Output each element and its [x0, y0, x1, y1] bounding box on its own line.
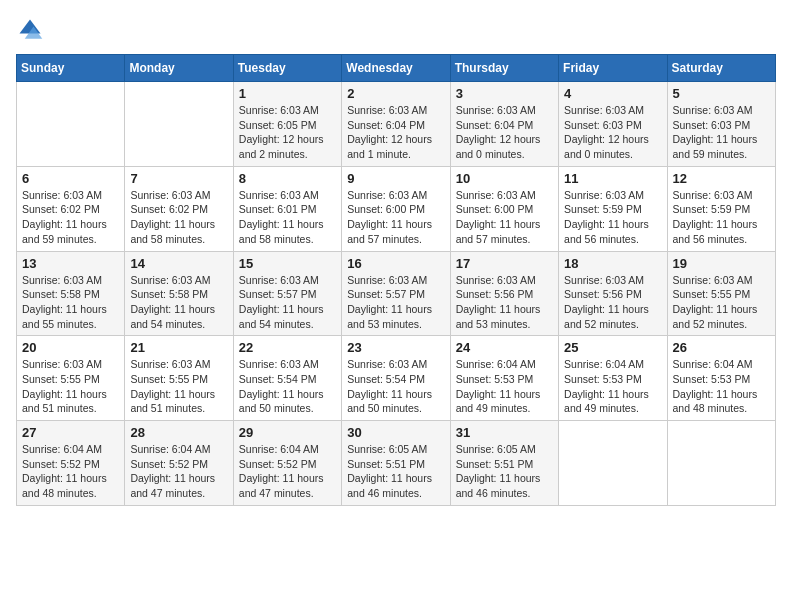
calendar-table: SundayMondayTuesdayWednesdayThursdayFrid… [16, 54, 776, 506]
calendar-cell [559, 421, 667, 506]
calendar-cell: 11Sunrise: 6:03 AM Sunset: 5:59 PM Dayli… [559, 166, 667, 251]
day-number: 21 [130, 340, 227, 355]
calendar-week-row: 1Sunrise: 6:03 AM Sunset: 6:05 PM Daylig… [17, 82, 776, 167]
day-info: Sunrise: 6:03 AM Sunset: 6:02 PM Dayligh… [130, 188, 227, 247]
day-number: 18 [564, 256, 661, 271]
calendar-cell: 3Sunrise: 6:03 AM Sunset: 6:04 PM Daylig… [450, 82, 558, 167]
day-info: Sunrise: 6:03 AM Sunset: 6:01 PM Dayligh… [239, 188, 336, 247]
day-number: 12 [673, 171, 770, 186]
day-info: Sunrise: 6:03 AM Sunset: 6:00 PM Dayligh… [456, 188, 553, 247]
day-number: 14 [130, 256, 227, 271]
day-number: 27 [22, 425, 119, 440]
day-number: 8 [239, 171, 336, 186]
calendar-cell: 15Sunrise: 6:03 AM Sunset: 5:57 PM Dayli… [233, 251, 341, 336]
weekday-header-sunday: Sunday [17, 55, 125, 82]
day-number: 5 [673, 86, 770, 101]
calendar-cell: 17Sunrise: 6:03 AM Sunset: 5:56 PM Dayli… [450, 251, 558, 336]
day-number: 13 [22, 256, 119, 271]
day-number: 24 [456, 340, 553, 355]
day-info: Sunrise: 6:03 AM Sunset: 5:57 PM Dayligh… [347, 273, 444, 332]
day-info: Sunrise: 6:03 AM Sunset: 6:05 PM Dayligh… [239, 103, 336, 162]
weekday-header-tuesday: Tuesday [233, 55, 341, 82]
day-number: 1 [239, 86, 336, 101]
day-info: Sunrise: 6:03 AM Sunset: 6:04 PM Dayligh… [347, 103, 444, 162]
day-info: Sunrise: 6:04 AM Sunset: 5:52 PM Dayligh… [130, 442, 227, 501]
day-number: 4 [564, 86, 661, 101]
calendar-cell: 28Sunrise: 6:04 AM Sunset: 5:52 PM Dayli… [125, 421, 233, 506]
day-number: 22 [239, 340, 336, 355]
day-info: Sunrise: 6:03 AM Sunset: 5:54 PM Dayligh… [347, 357, 444, 416]
calendar-cell: 9Sunrise: 6:03 AM Sunset: 6:00 PM Daylig… [342, 166, 450, 251]
weekday-header-saturday: Saturday [667, 55, 775, 82]
day-info: Sunrise: 6:04 AM Sunset: 5:52 PM Dayligh… [239, 442, 336, 501]
day-number: 26 [673, 340, 770, 355]
day-info: Sunrise: 6:04 AM Sunset: 5:52 PM Dayligh… [22, 442, 119, 501]
calendar-week-row: 6Sunrise: 6:03 AM Sunset: 6:02 PM Daylig… [17, 166, 776, 251]
day-number: 23 [347, 340, 444, 355]
calendar-cell: 6Sunrise: 6:03 AM Sunset: 6:02 PM Daylig… [17, 166, 125, 251]
weekday-header-row: SundayMondayTuesdayWednesdayThursdayFrid… [17, 55, 776, 82]
day-number: 20 [22, 340, 119, 355]
day-number: 16 [347, 256, 444, 271]
day-number: 25 [564, 340, 661, 355]
calendar-cell: 10Sunrise: 6:03 AM Sunset: 6:00 PM Dayli… [450, 166, 558, 251]
day-info: Sunrise: 6:03 AM Sunset: 5:55 PM Dayligh… [22, 357, 119, 416]
day-info: Sunrise: 6:03 AM Sunset: 6:03 PM Dayligh… [673, 103, 770, 162]
day-info: Sunrise: 6:03 AM Sunset: 5:58 PM Dayligh… [130, 273, 227, 332]
calendar-cell: 19Sunrise: 6:03 AM Sunset: 5:55 PM Dayli… [667, 251, 775, 336]
calendar-cell: 18Sunrise: 6:03 AM Sunset: 5:56 PM Dayli… [559, 251, 667, 336]
calendar-cell: 26Sunrise: 6:04 AM Sunset: 5:53 PM Dayli… [667, 336, 775, 421]
calendar-cell: 24Sunrise: 6:04 AM Sunset: 5:53 PM Dayli… [450, 336, 558, 421]
logo [16, 16, 48, 44]
calendar-cell: 27Sunrise: 6:04 AM Sunset: 5:52 PM Dayli… [17, 421, 125, 506]
logo-icon [16, 16, 44, 44]
day-info: Sunrise: 6:03 AM Sunset: 6:02 PM Dayligh… [22, 188, 119, 247]
calendar-cell: 14Sunrise: 6:03 AM Sunset: 5:58 PM Dayli… [125, 251, 233, 336]
calendar-cell: 25Sunrise: 6:04 AM Sunset: 5:53 PM Dayli… [559, 336, 667, 421]
day-number: 28 [130, 425, 227, 440]
calendar-cell: 29Sunrise: 6:04 AM Sunset: 5:52 PM Dayli… [233, 421, 341, 506]
day-info: Sunrise: 6:03 AM Sunset: 5:58 PM Dayligh… [22, 273, 119, 332]
calendar-header: SundayMondayTuesdayWednesdayThursdayFrid… [17, 55, 776, 82]
day-info: Sunrise: 6:03 AM Sunset: 5:54 PM Dayligh… [239, 357, 336, 416]
day-info: Sunrise: 6:03 AM Sunset: 5:55 PM Dayligh… [673, 273, 770, 332]
day-number: 3 [456, 86, 553, 101]
calendar-cell: 8Sunrise: 6:03 AM Sunset: 6:01 PM Daylig… [233, 166, 341, 251]
calendar-cell: 12Sunrise: 6:03 AM Sunset: 5:59 PM Dayli… [667, 166, 775, 251]
day-number: 2 [347, 86, 444, 101]
day-info: Sunrise: 6:03 AM Sunset: 5:59 PM Dayligh… [564, 188, 661, 247]
day-number: 19 [673, 256, 770, 271]
day-info: Sunrise: 6:03 AM Sunset: 6:03 PM Dayligh… [564, 103, 661, 162]
calendar-cell: 4Sunrise: 6:03 AM Sunset: 6:03 PM Daylig… [559, 82, 667, 167]
weekday-header-friday: Friday [559, 55, 667, 82]
day-number: 7 [130, 171, 227, 186]
day-number: 9 [347, 171, 444, 186]
day-info: Sunrise: 6:04 AM Sunset: 5:53 PM Dayligh… [673, 357, 770, 416]
calendar-cell: 13Sunrise: 6:03 AM Sunset: 5:58 PM Dayli… [17, 251, 125, 336]
day-number: 31 [456, 425, 553, 440]
calendar-cell: 22Sunrise: 6:03 AM Sunset: 5:54 PM Dayli… [233, 336, 341, 421]
calendar-cell: 23Sunrise: 6:03 AM Sunset: 5:54 PM Dayli… [342, 336, 450, 421]
day-number: 17 [456, 256, 553, 271]
day-info: Sunrise: 6:03 AM Sunset: 5:56 PM Dayligh… [564, 273, 661, 332]
calendar-cell: 5Sunrise: 6:03 AM Sunset: 6:03 PM Daylig… [667, 82, 775, 167]
day-info: Sunrise: 6:03 AM Sunset: 5:59 PM Dayligh… [673, 188, 770, 247]
day-info: Sunrise: 6:04 AM Sunset: 5:53 PM Dayligh… [564, 357, 661, 416]
calendar-week-row: 13Sunrise: 6:03 AM Sunset: 5:58 PM Dayli… [17, 251, 776, 336]
weekday-header-wednesday: Wednesday [342, 55, 450, 82]
day-number: 29 [239, 425, 336, 440]
calendar-cell [667, 421, 775, 506]
day-info: Sunrise: 6:03 AM Sunset: 5:56 PM Dayligh… [456, 273, 553, 332]
calendar-cell: 7Sunrise: 6:03 AM Sunset: 6:02 PM Daylig… [125, 166, 233, 251]
day-number: 30 [347, 425, 444, 440]
weekday-header-thursday: Thursday [450, 55, 558, 82]
day-info: Sunrise: 6:03 AM Sunset: 6:00 PM Dayligh… [347, 188, 444, 247]
calendar-cell [125, 82, 233, 167]
day-info: Sunrise: 6:04 AM Sunset: 5:53 PM Dayligh… [456, 357, 553, 416]
calendar-cell: 31Sunrise: 6:05 AM Sunset: 5:51 PM Dayli… [450, 421, 558, 506]
calendar-body: 1Sunrise: 6:03 AM Sunset: 6:05 PM Daylig… [17, 82, 776, 506]
calendar-cell: 1Sunrise: 6:03 AM Sunset: 6:05 PM Daylig… [233, 82, 341, 167]
calendar-week-row: 20Sunrise: 6:03 AM Sunset: 5:55 PM Dayli… [17, 336, 776, 421]
day-info: Sunrise: 6:05 AM Sunset: 5:51 PM Dayligh… [347, 442, 444, 501]
calendar-cell: 20Sunrise: 6:03 AM Sunset: 5:55 PM Dayli… [17, 336, 125, 421]
